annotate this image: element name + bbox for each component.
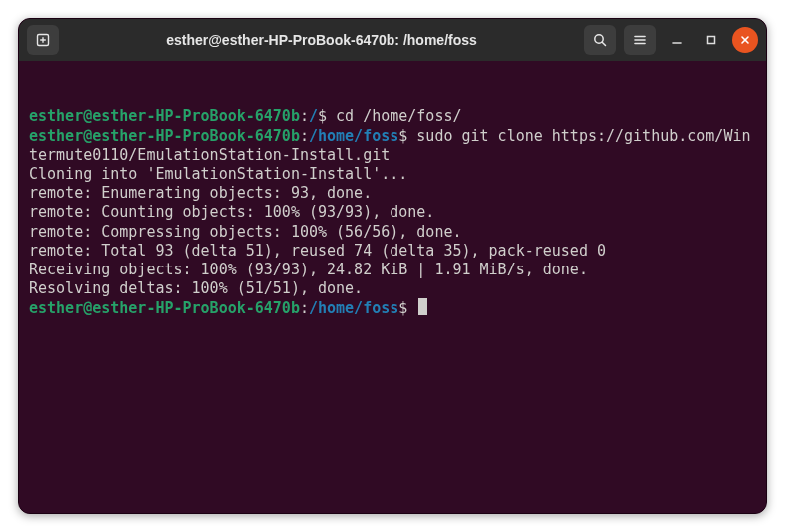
- prompt-dollar: $: [318, 107, 336, 125]
- prompt-user: esther@esther-HP-ProBook-6470b: [29, 299, 300, 317]
- prompt-line-1: esther@esther-HP-ProBook-6470b:/$ cd /ho…: [29, 107, 756, 126]
- minimize-button[interactable]: [664, 27, 690, 53]
- prompt-dollar: $: [398, 127, 416, 145]
- command-text: cd /home/foss/: [336, 107, 461, 125]
- output-line: Receiving objects: 100% (93/93), 24.82 K…: [29, 261, 756, 279]
- titlebar: esther@esther-HP-ProBook-6470b: /home/fo…: [19, 19, 766, 61]
- prompt-sep: :: [300, 127, 309, 145]
- prompt-path: /: [309, 107, 318, 125]
- terminal-window: esther@esther-HP-ProBook-6470b: /home/fo…: [18, 18, 767, 514]
- terminal-cursor: [418, 298, 427, 315]
- new-tab-button[interactable]: [27, 25, 59, 55]
- new-tab-icon: [35, 32, 51, 48]
- close-icon: [739, 34, 751, 46]
- search-button[interactable]: [584, 25, 616, 55]
- output-line: remote: Enumerating objects: 93, done.: [29, 184, 756, 203]
- output-line: Cloning into 'EmulationStation-Install'.…: [29, 165, 756, 184]
- hamburger-icon: [632, 32, 648, 48]
- window-title: esther@esther-HP-ProBook-6470b: /home/fo…: [67, 32, 576, 48]
- prompt-path: /home/foss: [309, 127, 398, 145]
- minimize-icon: [671, 34, 683, 46]
- prompt-path: /home/foss: [309, 299, 398, 317]
- output-line: Resolving deltas: 100% (51/51), done.: [29, 279, 756, 298]
- search-icon: [592, 32, 608, 48]
- prompt-line-3: esther@esther-HP-ProBook-6470b:/home/fos…: [29, 298, 756, 318]
- output-line: remote: Total 93 (delta 51), reused 74 (…: [29, 242, 756, 261]
- terminal-area[interactable]: esther@esther-HP-ProBook-6470b:/$ cd /ho…: [19, 61, 766, 513]
- close-button[interactable]: [732, 27, 758, 53]
- output-line: remote: Counting objects: 100% (93/93), …: [29, 203, 756, 222]
- prompt-line-2: esther@esther-HP-ProBook-6470b:/home/fos…: [29, 127, 756, 165]
- prompt-sep: :: [300, 299, 309, 317]
- menu-button[interactable]: [624, 25, 656, 55]
- prompt-user: esther@esther-HP-ProBook-6470b: [29, 107, 300, 125]
- prompt-sep: :: [300, 107, 309, 125]
- output-line: remote: Compressing objects: 100% (56/56…: [29, 223, 756, 242]
- prompt-dollar: $: [398, 299, 416, 317]
- svg-line-4: [602, 42, 605, 45]
- maximize-button[interactable]: [698, 27, 724, 53]
- svg-rect-9: [708, 37, 715, 44]
- maximize-icon: [705, 34, 717, 46]
- prompt-user: esther@esther-HP-ProBook-6470b: [29, 127, 300, 145]
